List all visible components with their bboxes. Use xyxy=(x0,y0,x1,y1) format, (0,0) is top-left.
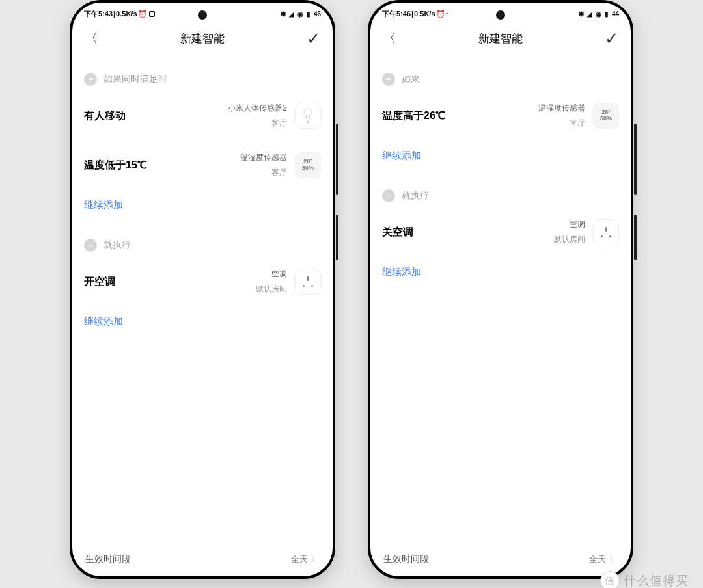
condition-label: 温度低于15℃ xyxy=(84,159,147,172)
status-net: 0.5K/s xyxy=(116,10,137,18)
conditions-header-label: 如果同时满足时 xyxy=(103,74,167,85)
room-name: 默认房间 xyxy=(554,234,585,245)
add-action-button[interactable]: 继续添加 xyxy=(382,257,619,287)
conditions-header: ≡ 如果同时满足时 xyxy=(84,73,321,86)
effective-period-value: 全天 xyxy=(291,554,308,565)
device-name: 温湿度传感器 xyxy=(538,103,585,114)
room-name: 客厅 xyxy=(228,118,287,129)
motion-sensor-icon xyxy=(295,103,321,129)
watermark-icon: 值 xyxy=(600,571,620,588)
action-row[interactable]: 关空调 空调 默认房间 xyxy=(382,207,619,257)
footer-row[interactable]: 生效时间段 全天 〉 xyxy=(72,542,333,576)
room-name: 客厅 xyxy=(538,118,585,129)
socket-icon xyxy=(295,269,321,295)
signal-icon: ◢ xyxy=(289,10,294,18)
wifi-icon: ◉ xyxy=(297,10,303,18)
battery-level: 44 xyxy=(612,10,619,18)
arrow-icon: → xyxy=(84,239,97,252)
footer-row[interactable]: 生效时间段 全天 〉 xyxy=(370,542,631,576)
page-title: 新建智能 xyxy=(180,31,225,46)
action-label: 开空调 xyxy=(84,275,115,289)
confirm-button[interactable]: ✓ xyxy=(307,30,321,47)
chevron-right-icon: 〉 xyxy=(310,554,320,565)
add-condition-button[interactable]: 继续添加 xyxy=(84,190,321,220)
action-row[interactable]: 开空调 空调 默认房间 xyxy=(84,257,321,306)
page-title: 新建智能 xyxy=(478,31,523,46)
socket-icon xyxy=(593,219,619,245)
temp-sensor-icon: 26°60% xyxy=(593,103,619,129)
nav-bar: 〈 新建智能 ✓ xyxy=(72,22,333,55)
condition-label: 有人移动 xyxy=(84,109,126,123)
actions-header-label: 就执行 xyxy=(402,190,429,202)
battery-icon: ▮ xyxy=(307,10,310,18)
side-button xyxy=(336,215,338,260)
room-name: 默认房间 xyxy=(256,284,287,295)
back-button[interactable]: 〈 xyxy=(84,29,98,48)
condition-row[interactable]: 有人移动 小米人体传感器2 客厅 xyxy=(84,91,321,140)
device-name: 小米人体传感器2 xyxy=(228,103,287,114)
more-icon: ·· xyxy=(446,10,448,18)
alarm-icon: ⏰ xyxy=(138,10,147,18)
effective-period-label: 生效时间段 xyxy=(85,554,131,565)
status-net: 0.5K/s xyxy=(414,10,435,18)
chevron-right-icon: 〉 xyxy=(609,554,618,565)
back-button[interactable]: 〈 xyxy=(382,29,396,48)
alarm-icon: ⏰ xyxy=(436,10,445,18)
add-condition-button[interactable]: 继续添加 xyxy=(382,140,619,171)
effective-period-value: 全天 xyxy=(589,554,606,565)
svg-point-0 xyxy=(304,108,312,116)
device-name: 空调 xyxy=(256,269,287,280)
condition-row[interactable]: 温度高于26℃ 温湿度传感器 客厅 26°60% xyxy=(382,91,619,140)
side-button xyxy=(336,124,338,195)
bluetooth-icon: ✱ xyxy=(579,10,584,18)
conditions-header: ≡ 如果 xyxy=(382,73,619,86)
watermark-text: 什么值得买 xyxy=(624,572,689,588)
app-indicator-icon xyxy=(149,11,155,17)
phone-mockup-2: 下午5:46 | 0.5K/s ⏰ ·· ✱ ◢ ◉ ▮ 44 〈 新建智能 ✓ xyxy=(368,0,633,579)
confirm-button[interactable]: ✓ xyxy=(605,30,619,47)
add-action-button[interactable]: 继续添加 xyxy=(84,306,321,337)
battery-icon: ▮ xyxy=(605,10,609,18)
nav-bar: 〈 新建智能 ✓ xyxy=(370,22,631,55)
signal-icon: ◢ xyxy=(587,10,592,18)
wifi-icon: ◉ xyxy=(596,10,601,18)
device-name: 温湿度传感器 xyxy=(240,152,287,163)
device-name: 空调 xyxy=(554,219,585,230)
phone-mockup-1: 下午5:43 | 0.5K/s ⏰ ✱ ◢ ◉ ▮ 46 〈 新建智能 ✓ xyxy=(70,0,335,579)
temp-sensor-icon: 26°60% xyxy=(295,152,321,178)
condition-label: 温度高于26℃ xyxy=(382,109,445,123)
status-bar: 下午5:46 | 0.5K/s ⏰ ·· ✱ ◢ ◉ ▮ 44 xyxy=(370,3,631,22)
condition-row[interactable]: 温度低于15℃ 温湿度传感器 客厅 26°60% xyxy=(84,140,321,190)
list-icon: ≡ xyxy=(382,73,395,86)
side-button xyxy=(634,124,637,195)
bluetooth-icon: ✱ xyxy=(281,10,286,18)
actions-header: → 就执行 xyxy=(382,189,619,202)
side-button xyxy=(634,215,637,260)
battery-level: 46 xyxy=(314,10,321,18)
room-name: 客厅 xyxy=(240,167,287,178)
watermark: 值 什么值得买 xyxy=(600,571,689,588)
status-time: 下午5:46 xyxy=(382,9,411,19)
list-icon: ≡ xyxy=(84,73,97,86)
status-time: 下午5:43 xyxy=(84,9,113,19)
actions-header: → 就执行 xyxy=(84,239,321,252)
status-bar: 下午5:43 | 0.5K/s ⏰ ✱ ◢ ◉ ▮ 46 xyxy=(72,3,333,22)
effective-period-label: 生效时间段 xyxy=(383,554,429,565)
arrow-icon: → xyxy=(382,189,395,202)
action-label: 关空调 xyxy=(382,226,413,239)
actions-header-label: 就执行 xyxy=(103,239,131,251)
conditions-header-label: 如果 xyxy=(402,74,420,85)
